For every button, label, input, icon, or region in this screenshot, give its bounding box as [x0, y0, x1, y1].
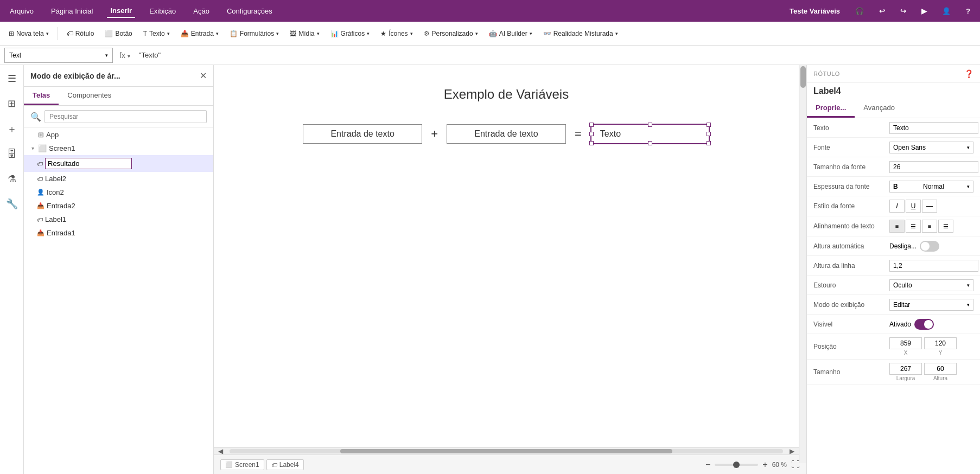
- resize-handle-tc[interactable]: [648, 123, 652, 127]
- play-icon[interactable]: ▶: [918, 5, 930, 17]
- tree-tab-telas[interactable]: Telas: [24, 87, 59, 105]
- resize-handle-ml[interactable]: [589, 132, 594, 136]
- toggle-altura-auto[interactable]: [920, 241, 939, 252]
- resize-handle-mr[interactable]: [707, 132, 711, 136]
- scroll-right-btn[interactable]: ▶: [785, 447, 799, 455]
- undo-icon[interactable]: ↩: [876, 5, 888, 17]
- formula-selector[interactable]: Text ▾: [4, 48, 113, 63]
- toolbar-entrada[interactable]: 📥 Entrada ▾: [176, 25, 223, 42]
- align-justify-btn[interactable]: ☰: [938, 220, 953, 233]
- tree-item-entrada1[interactable]: 📥 Entrada1: [24, 226, 213, 240]
- canvas-scrollbar-v[interactable]: [799, 65, 806, 463]
- prop-label-tamanho-size: Tamanho: [813, 368, 889, 376]
- toolbar-formularios[interactable]: 📋 Formulários ▾: [225, 25, 283, 42]
- label2-icon: 🏷: [37, 176, 43, 182]
- label4-footer-tab[interactable]: 🏷 Label4: [266, 459, 304, 470]
- menu-pagina-inicial[interactable]: Página Inicial: [48, 5, 96, 17]
- toolbar-midia[interactable]: 🖼 Mídia ▾: [285, 25, 323, 42]
- menu-configuracoes[interactable]: Configurações: [224, 5, 276, 17]
- align-right-btn[interactable]: ≡: [922, 220, 937, 233]
- scroll-left-btn[interactable]: ◀: [214, 447, 227, 455]
- toolbar-realidade[interactable]: 👓 Realidade Misturada ▾: [539, 25, 622, 42]
- resultado-edit-input[interactable]: [45, 158, 132, 169]
- prop-row-fonte: Fonte Open Sans ▾: [807, 138, 980, 157]
- prop-select-espessura[interactable]: B Normal ▾: [889, 181, 973, 193]
- label1-label: Label1: [45, 215, 66, 223]
- formula-input[interactable]: [137, 51, 976, 59]
- prop-select-estouro[interactable]: Oculto ▾: [889, 279, 973, 291]
- zoom-minus-btn[interactable]: −: [705, 460, 710, 470]
- screen1-footer-tab[interactable]: ⬜ Screen1: [220, 459, 264, 470]
- posicao-x-input[interactable]: [889, 337, 922, 349]
- align-left-btn[interactable]: ≡: [889, 220, 905, 233]
- tree-item-label2[interactable]: 🏷 Label2: [24, 172, 213, 185]
- user-icon[interactable]: 👤: [939, 5, 954, 17]
- canvas-input1[interactable]: Entrada de texto: [303, 124, 422, 144]
- tree-item-app[interactable]: ⊞ App: [24, 128, 213, 142]
- toggle-visivel[interactable]: [914, 319, 934, 330]
- left-icon-insert[interactable]: ＋: [4, 119, 20, 139]
- prop-row-estouro: Estouro Oculto ▾: [807, 276, 980, 295]
- prop-row-alinhamento: Alinhamento de texto ≡ ☰ ≡ ☰: [807, 216, 980, 236]
- resize-handle-tl[interactable]: [589, 123, 594, 127]
- align-center-btn[interactable]: ☰: [906, 220, 921, 233]
- menu-inserir[interactable]: Inserir: [107, 4, 135, 18]
- prop-select-modo[interactable]: Editar ▾: [889, 299, 973, 311]
- support-icon[interactable]: 🎧: [852, 5, 867, 17]
- resize-handle-bc[interactable]: [648, 141, 652, 145]
- left-icon-data[interactable]: 🗄: [4, 145, 20, 163]
- midia-chevron: ▾: [317, 31, 320, 36]
- menu-acao[interactable]: Ação: [190, 5, 213, 17]
- tree-close-button[interactable]: ✕: [200, 71, 207, 81]
- style-underline-btn[interactable]: U: [906, 200, 921, 213]
- zoom-value: 60 %: [772, 461, 787, 469]
- largura-input[interactable]: [889, 363, 922, 375]
- menu-arquivo[interactable]: Arquivo: [7, 5, 37, 17]
- posicao-y-input[interactable]: [924, 337, 957, 349]
- personalizado-icon: ⚙: [424, 30, 430, 37]
- canvas-input2[interactable]: Entrada de texto: [447, 124, 566, 144]
- menu-exibicao[interactable]: Exibição: [146, 5, 179, 17]
- toolbar-personalizado[interactable]: ⚙ Personalizado ▾: [419, 25, 482, 42]
- prop-select-fonte[interactable]: Open Sans ▾: [889, 142, 973, 153]
- toolbar-nova-tela[interactable]: ⊞ Nova tela ▾: [4, 25, 53, 42]
- scroll-h-thumb: [340, 449, 672, 453]
- resize-handle-tr[interactable]: [707, 123, 711, 127]
- zoom-plus-btn[interactable]: +: [762, 460, 767, 470]
- toolbar-texto[interactable]: T Texto ▾: [139, 25, 174, 42]
- tree-item-entrada2[interactable]: 📥 Entrada2: [24, 199, 213, 213]
- canvas-result[interactable]: Texto: [590, 124, 710, 144]
- left-icon-components[interactable]: 🔧: [3, 195, 21, 213]
- search-input[interactable]: [44, 110, 207, 123]
- prop-input-altura-linha[interactable]: [889, 260, 978, 272]
- prop-input-tamanho[interactable]: [889, 161, 978, 173]
- right-panel-help-icon[interactable]: ❓: [964, 69, 973, 78]
- tab-properties[interactable]: Proprie...: [807, 99, 855, 118]
- style-strikethrough-btn[interactable]: —: [922, 200, 937, 213]
- resize-handle-br[interactable]: [707, 141, 711, 145]
- ai-builder-icon: 🤖: [489, 30, 497, 37]
- toolbar-icones[interactable]: ★ Ícones ▾: [376, 25, 417, 42]
- tree-item-screen1[interactable]: ▾ ⬜ Screen1: [24, 142, 213, 155]
- zoom-bar[interactable]: [715, 464, 758, 466]
- tree-item-icon2[interactable]: 👤 Icon2: [24, 185, 213, 199]
- help-icon[interactable]: ?: [963, 5, 973, 17]
- tree-tab-componentes[interactable]: Componentes: [59, 87, 120, 105]
- tree-title: Modo de exibição de ár...: [30, 72, 120, 80]
- left-icon-layers[interactable]: ⊞: [4, 94, 19, 113]
- redo-icon[interactable]: ↪: [897, 5, 909, 17]
- toolbar-rotulo[interactable]: 🏷 Rótulo: [62, 25, 99, 42]
- altura-input[interactable]: [924, 363, 957, 375]
- toolbar-ai-builder[interactable]: 🤖 AI Builder ▾: [485, 25, 537, 42]
- tree-item-resultado[interactable]: 🏷: [24, 155, 213, 172]
- canvas-scrollbar-h[interactable]: ◀ ▶: [214, 447, 799, 454]
- toolbar-graficos[interactable]: 📊 Gráficos ▾: [326, 25, 374, 42]
- resize-handle-bl[interactable]: [589, 141, 594, 145]
- left-icon-menu[interactable]: ☰: [4, 69, 20, 88]
- tab-advanced[interactable]: Avançado: [855, 99, 903, 118]
- tree-item-label1[interactable]: 🏷 Label1: [24, 213, 213, 226]
- prop-input-texto[interactable]: [889, 122, 978, 134]
- left-icon-formula[interactable]: ⚗: [4, 170, 20, 188]
- style-italic-btn[interactable]: I: [889, 200, 905, 213]
- toolbar-botao[interactable]: ⬜ Botão: [100, 25, 136, 42]
